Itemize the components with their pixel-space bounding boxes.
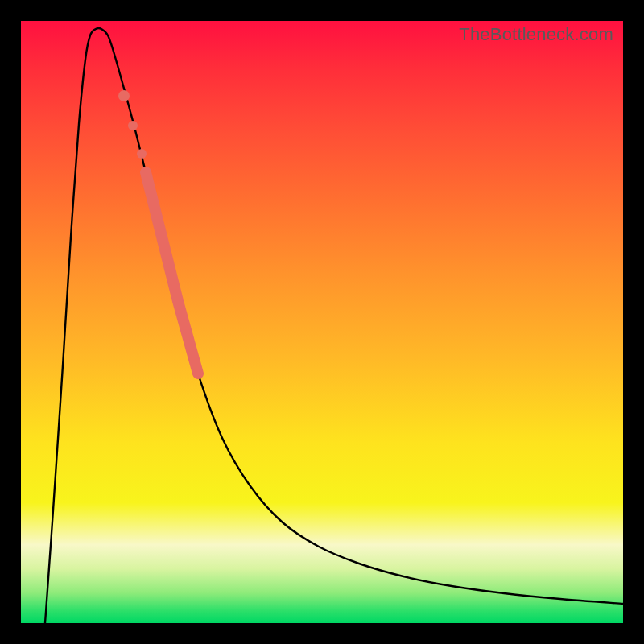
chart-frame: TheBottleneck.com	[0, 0, 644, 644]
highlight-dot	[137, 149, 147, 159]
highlight-band	[146, 172, 198, 374]
bottleneck-curve	[45, 28, 623, 623]
highlight-dots	[118, 90, 147, 159]
plot-area: TheBottleneck.com	[21, 21, 623, 623]
chart-svg	[21, 21, 623, 623]
highlight-dot	[128, 121, 138, 130]
highlight-dot	[118, 90, 130, 101]
